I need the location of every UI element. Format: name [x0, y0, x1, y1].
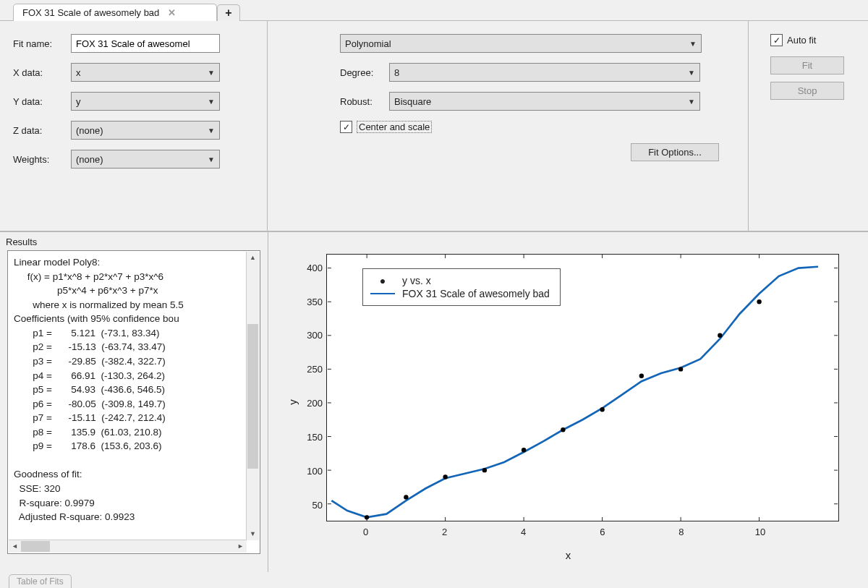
svg-point-29 — [404, 495, 408, 499]
xdata-select[interactable]: x ▼ — [71, 63, 220, 82]
svg-point-36 — [678, 367, 683, 371]
fitname-label: Fit name: — [13, 38, 71, 49]
y-tick-label: 100 — [301, 465, 323, 476]
center-scale-label: Center and scale — [357, 121, 432, 133]
table-of-fits-tab[interactable]: Table of Fits — [9, 574, 72, 588]
legend-scatter-label: y vs. x — [402, 275, 431, 286]
fit-button[interactable]: Fit — [770, 56, 844, 74]
center-scale-checkbox[interactable]: ✓ — [340, 121, 352, 133]
zdata-label: Z data: — [13, 125, 71, 136]
autofit-label: Auto fit — [787, 35, 816, 46]
fitname-input[interactable] — [71, 34, 220, 53]
x-tick-label: 4 — [521, 527, 526, 537]
x-tick-label: 6 — [600, 527, 605, 537]
scroll-thumb[interactable] — [247, 324, 258, 469]
fit-options-button[interactable]: Fit Options... — [631, 143, 719, 161]
scroll-right-icon[interactable]: ► — [234, 540, 247, 553]
svg-point-35 — [639, 374, 644, 378]
svg-point-33 — [561, 427, 565, 432]
degree-select[interactable]: 8 ▼ — [389, 63, 700, 82]
svg-point-37 — [718, 333, 722, 338]
y-tick-label: 350 — [301, 296, 323, 307]
output-area: Results Linear model Poly8: f(x) = p1*x^… — [0, 232, 868, 572]
xdata-label: X data: — [13, 67, 71, 78]
y-tick-label: 300 — [301, 330, 323, 341]
fit-tab[interactable]: FOX 31 Scale of awesomely bad ✕ — [13, 4, 217, 21]
chevron-down-icon: ▼ — [208, 155, 215, 163]
zdata-select[interactable]: (none) ▼ — [71, 121, 220, 140]
chevron-down-icon: ▼ — [208, 127, 215, 135]
legend-fit-label: FOX 31 Scale of awesomely bad — [402, 288, 550, 299]
weights-select[interactable]: (none) ▼ — [71, 150, 220, 169]
plot-legend[interactable]: ● y vs. x FOX 31 Scale of awesomely bad — [362, 268, 561, 306]
chevron-down-icon: ▼ — [208, 98, 215, 106]
degree-label: Degree: — [340, 67, 389, 78]
close-icon[interactable]: ✕ — [168, 7, 176, 18]
x-tick-label: 10 — [755, 527, 765, 537]
autofit-checkbox[interactable]: ✓ — [770, 34, 783, 46]
fittype-panel: Polynomial ▼ Degree: 8 ▼ Robust: Bisquar… — [268, 21, 749, 231]
horizontal-scrollbar[interactable]: ◄ ► — [9, 540, 247, 553]
stop-button[interactable]: Stop — [770, 82, 844, 100]
chevron-down-icon: ▼ — [688, 98, 695, 106]
scatter-marker-icon: ● — [370, 275, 395, 286]
chevron-down-icon: ▼ — [208, 69, 215, 77]
svg-point-32 — [522, 448, 526, 452]
add-tab-button[interactable]: + — [217, 4, 240, 21]
scroll-left-icon[interactable]: ◄ — [9, 540, 21, 553]
chevron-down-icon: ▼ — [689, 40, 697, 48]
x-axis-label: x — [268, 549, 868, 561]
y-tick-label: 50 — [301, 499, 323, 510]
plot-panel: y x ● y vs. x FOX 31 Scale of awesomely … — [268, 232, 868, 572]
config-area: Fit name: X data: x ▼ Y data: y ▼ Z data… — [0, 21, 868, 232]
x-tick-label: 8 — [678, 527, 684, 537]
robust-label: Robust: — [340, 96, 389, 107]
y-tick-label: 150 — [301, 431, 323, 442]
ydata-label: Y data: — [13, 96, 71, 107]
tab-bar: FOX 31 Scale of awesomely bad ✕ + — [0, 0, 868, 21]
fit-line-icon — [370, 293, 395, 294]
svg-point-31 — [482, 468, 487, 472]
y-tick-label: 250 — [301, 364, 323, 375]
data-panel: Fit name: X data: x ▼ Y data: y ▼ Z data… — [0, 21, 268, 231]
results-title: Results — [0, 232, 268, 249]
svg-point-38 — [757, 299, 761, 304]
x-tick-label: 2 — [442, 527, 447, 537]
svg-point-34 — [600, 407, 604, 412]
y-tick-label: 400 — [301, 262, 323, 273]
chevron-down-icon: ▼ — [688, 69, 695, 77]
weights-label: Weights: — [13, 154, 71, 165]
results-textbox[interactable]: Linear model Poly8: f(x) = p1*x^8 + p2*x… — [7, 250, 260, 554]
vertical-scrollbar[interactable]: ▲ ▼ — [246, 252, 259, 540]
y-axis-label: y — [286, 399, 299, 405]
scroll-thumb[interactable] — [21, 541, 50, 552]
results-panel: Results Linear model Poly8: f(x) = p1*x^… — [0, 232, 268, 572]
svg-point-28 — [365, 515, 369, 519]
robust-select[interactable]: Bisquare ▼ — [389, 92, 700, 111]
scroll-up-icon[interactable]: ▲ — [247, 252, 259, 264]
svg-point-30 — [443, 474, 447, 479]
fit-tab-title: FOX 31 Scale of awesomely bad — [22, 7, 159, 18]
x-tick-label: 0 — [363, 527, 368, 537]
ydata-select[interactable]: y ▼ — [71, 92, 220, 111]
actions-panel: ✓ Auto fit Fit Stop — [749, 21, 868, 231]
y-tick-label: 200 — [301, 398, 323, 409]
scroll-down-icon[interactable]: ▼ — [247, 528, 259, 540]
fittype-select[interactable]: Polynomial ▼ — [340, 34, 702, 53]
